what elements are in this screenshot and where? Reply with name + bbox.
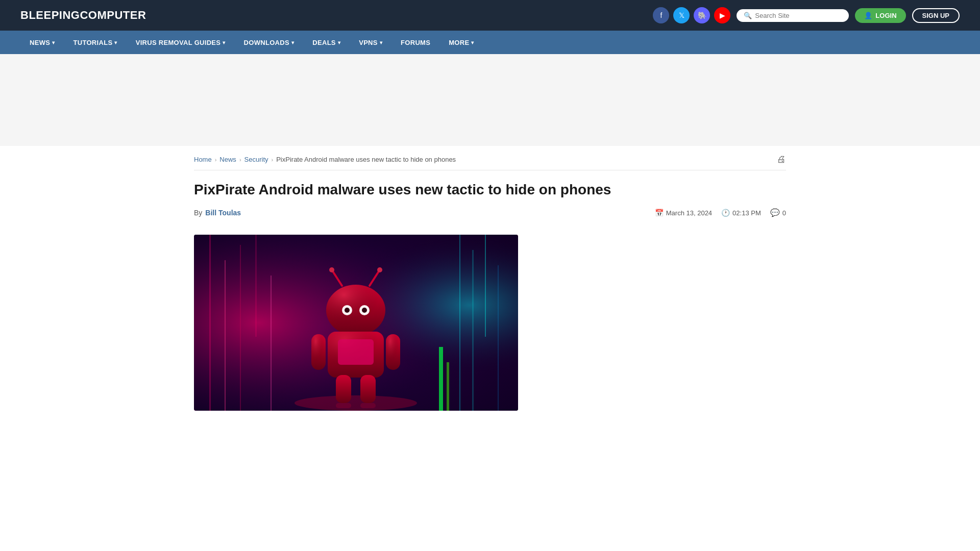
twitter-icon[interactable]: 𝕏 [673,7,690,23]
svg-rect-36 [360,403,376,408]
user-icon: 👤 [864,12,872,19]
meta-datetime: 📅 March 13, 2024 🕐 02:13 PM 💬 0 [655,208,786,217]
breadcrumb-home[interactable]: Home [194,156,212,163]
article-date: 📅 March 13, 2024 [655,209,712,217]
svg-rect-5 [240,245,241,411]
svg-rect-6 [255,235,257,337]
comment-icon: 💬 [770,208,780,217]
nav-vpns[interactable]: VPNS ▾ [350,31,391,54]
breadcrumb-news[interactable]: News [219,156,236,163]
nav-deals[interactable]: DEALS ▾ [303,31,350,54]
breadcrumb-security[interactable]: Security [244,156,268,163]
article-hero-image [194,235,518,411]
article-title: PixPirate Android malware uses new tacti… [194,181,786,199]
site-header: BLEEPINGCOMPUTER f 𝕏 🐘 ▶ 🔍 👤 LOGIN SIGN … [0,0,980,31]
news-dropdown-arrow: ▾ [52,40,55,45]
site-logo[interactable]: BLEEPINGCOMPUTER [20,9,146,22]
svg-point-24 [362,308,367,313]
tutorials-dropdown-arrow: ▾ [114,40,117,45]
svg-rect-11 [498,265,499,411]
svg-rect-33 [336,375,351,403]
clock-icon: 🕐 [721,209,730,217]
main-nav: NEWS ▾ TUTORIALS ▾ VIRUS REMOVAL GUIDES … [0,31,980,54]
svg-rect-13 [447,362,449,411]
virus-dropdown-arrow: ▾ [223,40,225,45]
more-dropdown-arrow: ▾ [471,40,474,45]
vpns-dropdown-arrow: ▾ [380,40,382,45]
breadcrumb: Home › News › Security › PixPirate Andro… [194,156,456,163]
svg-point-14 [295,395,417,411]
author-prefix: By [194,209,202,217]
breadcrumb-row: Home › News › Security › PixPirate Andro… [194,146,786,170]
svg-rect-12 [439,347,443,411]
svg-point-23 [345,308,350,313]
svg-rect-8 [459,235,460,411]
svg-rect-10 [485,235,486,337]
article-sidebar [541,235,745,411]
breadcrumb-sep-1: › [215,157,217,163]
nav-tutorials[interactable]: TUTORIALS ▾ [64,31,127,54]
svg-rect-4 [225,260,226,411]
nav-forums[interactable]: FORUMS [391,31,439,54]
svg-rect-35 [336,403,351,408]
nav-downloads[interactable]: DOWNLOADS ▾ [235,31,304,54]
mastodon-icon[interactable]: 🐘 [694,7,710,23]
nav-more[interactable]: MORE ▾ [439,31,483,54]
signup-button[interactable]: SIGN UP [912,8,960,23]
content-wrapper: Home › News › Security › PixPirate Andro… [184,146,796,411]
comment-count[interactable]: 💬 0 [770,208,786,217]
svg-rect-30 [311,334,326,370]
facebook-icon[interactable]: f [653,7,669,23]
breadcrumb-sep-3: › [272,157,274,163]
search-input[interactable] [755,12,842,19]
deals-dropdown-arrow: ▾ [338,40,340,45]
login-button[interactable]: 👤 LOGIN [855,8,905,23]
svg-point-16 [326,285,385,336]
breadcrumb-sep-2: › [239,157,241,163]
search-icon: 🔍 [744,12,752,19]
svg-rect-7 [271,276,272,411]
svg-point-20 [377,267,382,272]
article-time: 🕐 02:13 PM [721,209,761,217]
svg-rect-3 [209,235,211,411]
nav-news[interactable]: NEWS ▾ [20,31,64,54]
article-meta: By Bill Toulas 📅 March 13, 2024 🕐 02:13 … [194,208,786,223]
meta-author: By Bill Toulas [194,209,241,217]
article-main [194,235,521,411]
author-link[interactable]: Bill Toulas [205,209,241,217]
svg-rect-34 [360,375,376,403]
svg-point-18 [329,267,334,272]
search-bar: 🔍 [737,9,849,22]
downloads-dropdown-arrow: ▾ [291,40,294,45]
svg-rect-9 [472,250,474,411]
main-layout [194,235,786,411]
social-icons-group: f 𝕏 🐘 ▶ [653,7,730,23]
svg-rect-28 [338,339,374,365]
ad-banner [0,54,980,146]
svg-rect-32 [386,334,400,370]
nav-virus-removal[interactable]: VIRUS REMOVAL GUIDES ▾ [127,31,235,54]
header-right: f 𝕏 🐘 ▶ 🔍 👤 LOGIN SIGN UP [653,7,960,23]
youtube-icon[interactable]: ▶ [714,7,730,23]
calendar-icon: 📅 [655,209,664,217]
breadcrumb-current: PixPirate Android malware uses new tacti… [276,156,456,163]
print-icon[interactable]: 🖨 [777,154,786,165]
